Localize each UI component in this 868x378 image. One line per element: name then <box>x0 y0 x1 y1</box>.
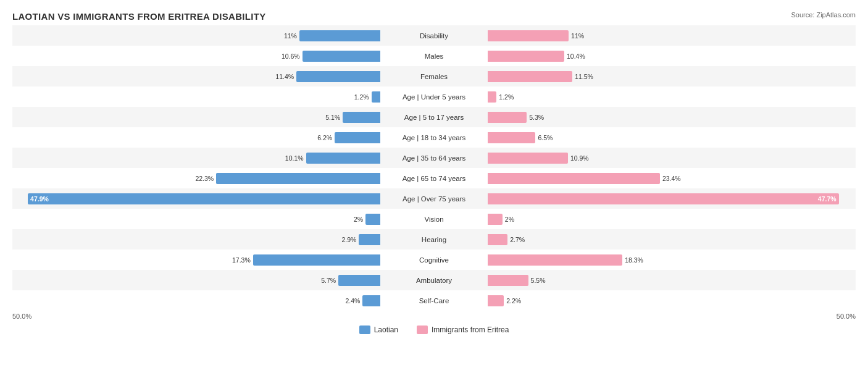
bar-blue: 17.3% <box>253 254 380 266</box>
bar-pink: 6.5% <box>488 132 535 143</box>
bar-value-left: 22.3% <box>195 175 214 182</box>
legend: Laotian Immigrants from Eritrea <box>12 326 856 334</box>
bar-pink: 10.4% <box>488 51 564 62</box>
bar-value-left: 10.6% <box>282 52 300 60</box>
bar-pink: 2.2% <box>488 295 504 306</box>
bar-blue: 2.4% <box>362 295 380 306</box>
table-row: 11.4%Females11.5% <box>12 66 856 86</box>
bar-blue: 22.3% <box>216 173 380 184</box>
table-row: 10.1%Age | 35 to 64 years10.9% <box>12 148 856 168</box>
table-row: 10.6%Males10.4% <box>12 46 856 66</box>
bar-value-right: 18.3% <box>625 256 643 264</box>
row-label: Age | 18 to 34 years <box>382 134 486 141</box>
bar-pink: 10.9% <box>488 153 568 164</box>
bar-pink: 47.7% <box>488 193 839 204</box>
bar-value-left: 2.4% <box>345 297 360 304</box>
bar-value-right: 11% <box>571 32 584 40</box>
table-row: 1.2%Age | Under 5 years1.2% <box>12 86 856 107</box>
row-label: Disability <box>382 32 486 40</box>
table-row: 5.7%Ambulatory5.5% <box>12 270 856 290</box>
bar-value-right: 10.4% <box>567 52 585 60</box>
bar-value-right: 2.7% <box>510 236 525 243</box>
bar-blue: 5.7% <box>338 275 380 286</box>
source-label: Source: ZipAtlas.com <box>791 11 856 19</box>
table-row: 47.9%Age | Over 75 years47.7% <box>12 188 856 209</box>
axis-right: 50.0% <box>837 313 856 320</box>
table-row: 22.3%Age | 65 to 74 years23.4% <box>12 168 856 188</box>
bar-blue: 5.1% <box>343 112 380 123</box>
bar-value-right: 11.5% <box>575 73 593 80</box>
bar-value-right: 5.5% <box>531 277 546 284</box>
axis-left: 50.0% <box>12 313 31 320</box>
chart-container: LAOTIAN VS IMMIGRANTS FROM ERITREA DISAB… <box>0 0 868 378</box>
bar-blue: 47.9% <box>28 193 380 204</box>
row-label: Females <box>382 73 486 80</box>
legend-label-right: Immigrants from Eritrea <box>432 326 509 334</box>
bar-value-left: 11.4% <box>275 73 294 80</box>
bar-value-right: 6.5% <box>538 134 553 141</box>
row-label: Hearing <box>382 236 486 243</box>
row-label: Age | 35 to 64 years <box>382 154 486 162</box>
table-row: 11%Disability11% <box>12 25 856 46</box>
legend-color-blue <box>359 326 370 334</box>
row-label: Age | 65 to 74 years <box>382 175 486 182</box>
bar-value-right: 5.3% <box>529 114 544 121</box>
bar-value-left: 1.2% <box>354 93 369 101</box>
bar-value-left: 17.3% <box>232 256 251 264</box>
row-label: Cognitive <box>382 256 486 264</box>
bar-pink: 23.4% <box>488 173 660 184</box>
bar-value-left: 6.2% <box>317 134 332 141</box>
table-row: 2.4%Self-Care2.2% <box>12 290 856 311</box>
legend-item-eritrea: Immigrants from Eritrea <box>417 326 509 334</box>
bar-blue: 11.4% <box>296 71 380 82</box>
table-row: 6.2%Age | 18 to 34 years6.5% <box>12 127 856 148</box>
row-label: Males <box>382 52 486 60</box>
bar-value-inside-right: 47.7% <box>818 195 837 203</box>
bar-pink: 11.5% <box>488 71 572 82</box>
bar-value-right: 23.4% <box>662 175 681 182</box>
row-label: Age | Over 75 years <box>382 195 486 203</box>
bar-pink: 11% <box>488 30 569 41</box>
bar-pink: 5.5% <box>488 275 528 286</box>
legend-color-pink <box>417 326 428 334</box>
bar-value-right: 2% <box>505 216 514 223</box>
chart-area: 11%Disability11%10.6%Males10.4%11.4%Fema… <box>12 25 856 311</box>
bar-blue: 11% <box>299 30 380 41</box>
bar-value-left: 11% <box>284 32 297 40</box>
bar-pink: 1.2% <box>488 91 496 103</box>
bar-pink: 18.3% <box>488 254 622 266</box>
bar-blue: 2.9% <box>359 234 380 245</box>
bar-value-left: 5.7% <box>321 277 336 284</box>
row-label: Age | Under 5 years <box>382 93 486 101</box>
row-label: Self-Care <box>382 297 486 304</box>
bar-blue: 1.2% <box>372 91 380 103</box>
table-row: 2%Vision2% <box>12 209 856 229</box>
legend-item-laotian: Laotian <box>359 326 398 334</box>
bar-value-left: 2% <box>354 216 363 223</box>
table-row: 2.9%Hearing2.7% <box>12 229 856 250</box>
bar-value-right: 10.9% <box>570 154 589 162</box>
bar-value-right: 1.2% <box>499 93 514 101</box>
row-label: Vision <box>382 216 486 223</box>
bar-blue: 10.6% <box>303 51 380 62</box>
bar-value-left: 5.1% <box>325 114 340 121</box>
bar-value-left: 10.1% <box>285 154 304 162</box>
row-label: Ambulatory <box>382 277 486 284</box>
bar-pink: 2.7% <box>488 234 507 245</box>
row-label: Age | 5 to 17 years <box>382 114 486 121</box>
bar-pink: 2% <box>488 214 503 225</box>
legend-label-left: Laotian <box>374 326 398 334</box>
chart-title: LAOTIAN VS IMMIGRANTS FROM ERITREA DISAB… <box>12 11 856 22</box>
bar-blue: 6.2% <box>335 132 380 143</box>
bar-blue: 2% <box>365 214 380 225</box>
bar-blue: 10.1% <box>306 153 380 164</box>
table-row: 5.1%Age | 5 to 17 years5.3% <box>12 107 856 127</box>
bar-value-right: 2.2% <box>506 297 521 304</box>
axis-labels: 50.0% 50.0% <box>12 311 856 322</box>
table-row: 17.3%Cognitive18.3% <box>12 250 856 270</box>
bar-pink: 5.3% <box>488 112 527 123</box>
bar-value-left: 2.9% <box>342 236 357 243</box>
bar-value-inside-left: 47.9% <box>30 195 49 203</box>
